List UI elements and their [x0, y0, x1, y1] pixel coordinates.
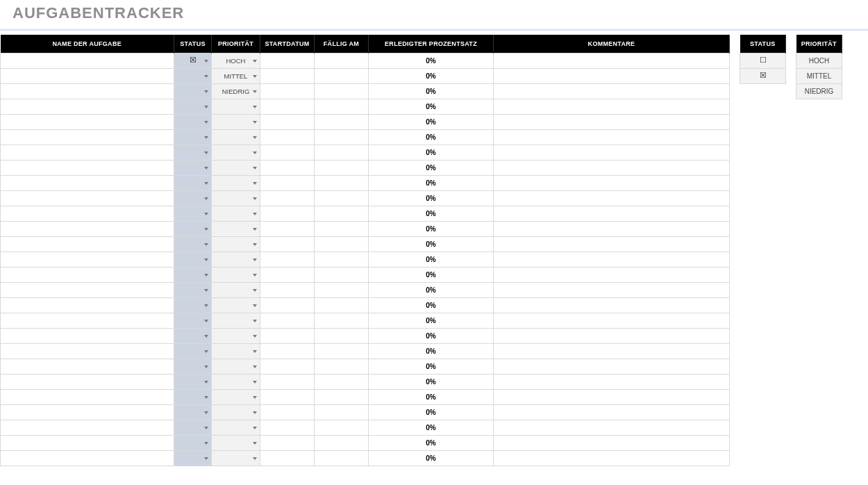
start-date-cell[interactable]: [260, 451, 315, 466]
due-date-cell[interactable]: [315, 115, 369, 130]
start-date-cell[interactable]: [260, 329, 315, 344]
status-dropdown[interactable]: [174, 130, 212, 145]
due-date-cell[interactable]: [315, 84, 369, 99]
due-date-cell[interactable]: [315, 130, 369, 145]
comment-cell[interactable]: [494, 237, 730, 252]
comment-cell[interactable]: [494, 69, 730, 84]
due-date-cell[interactable]: [315, 283, 369, 298]
due-date-cell[interactable]: [315, 252, 369, 268]
due-date-cell[interactable]: [315, 161, 369, 176]
comment-cell[interactable]: [494, 344, 730, 359]
percent-complete-cell[interactable]: 0%: [369, 130, 494, 145]
priority-dropdown[interactable]: [212, 420, 260, 436]
task-name-cell[interactable]: [1, 329, 174, 344]
start-date-cell[interactable]: [260, 130, 315, 145]
priority-dropdown[interactable]: [212, 359, 260, 375]
priority-dropdown[interactable]: [212, 283, 260, 298]
comment-cell[interactable]: [494, 206, 730, 222]
due-date-cell[interactable]: [315, 375, 369, 390]
status-dropdown[interactable]: [174, 84, 212, 99]
comment-cell[interactable]: [494, 390, 730, 405]
task-name-cell[interactable]: [1, 237, 174, 252]
priority-dropdown[interactable]: MITTEL: [212, 69, 260, 84]
task-name-cell[interactable]: [1, 268, 174, 283]
priority-dropdown[interactable]: [212, 344, 260, 359]
priority-dropdown[interactable]: [212, 390, 260, 405]
comment-cell[interactable]: [494, 298, 730, 313]
task-name-cell[interactable]: [1, 191, 174, 206]
status-dropdown[interactable]: [174, 145, 212, 161]
status-dropdown[interactable]: [174, 313, 212, 329]
task-name-cell[interactable]: [1, 130, 174, 145]
status-dropdown[interactable]: [174, 344, 212, 359]
due-date-cell[interactable]: [315, 222, 369, 237]
comment-cell[interactable]: [494, 268, 730, 283]
due-date-cell[interactable]: [315, 191, 369, 206]
start-date-cell[interactable]: [260, 436, 315, 451]
comment-cell[interactable]: [494, 359, 730, 375]
status-dropdown[interactable]: [174, 176, 212, 191]
percent-complete-cell[interactable]: 0%: [369, 99, 494, 115]
priority-dropdown[interactable]: [212, 206, 260, 222]
task-name-cell[interactable]: [1, 451, 174, 466]
task-name-cell[interactable]: [1, 99, 174, 115]
comment-cell[interactable]: [494, 420, 730, 436]
due-date-cell[interactable]: [315, 359, 369, 375]
task-name-cell[interactable]: [1, 420, 174, 436]
percent-complete-cell[interactable]: 0%: [369, 84, 494, 99]
start-date-cell[interactable]: [260, 176, 315, 191]
percent-complete-cell[interactable]: 0%: [369, 176, 494, 191]
comment-cell[interactable]: [494, 115, 730, 130]
start-date-cell[interactable]: [260, 298, 315, 313]
comment-cell[interactable]: [494, 84, 730, 99]
start-date-cell[interactable]: [260, 99, 315, 115]
percent-complete-cell[interactable]: 0%: [369, 344, 494, 359]
comment-cell[interactable]: [494, 329, 730, 344]
start-date-cell[interactable]: [260, 359, 315, 375]
status-dropdown[interactable]: [174, 451, 212, 466]
due-date-cell[interactable]: [315, 206, 369, 222]
due-date-cell[interactable]: [315, 436, 369, 451]
comment-cell[interactable]: [494, 54, 730, 69]
status-dropdown[interactable]: [174, 268, 212, 283]
percent-complete-cell[interactable]: 0%: [369, 268, 494, 283]
status-dropdown[interactable]: [174, 420, 212, 436]
priority-dropdown[interactable]: [212, 99, 260, 115]
start-date-cell[interactable]: [260, 84, 315, 99]
percent-complete-cell[interactable]: 0%: [369, 390, 494, 405]
comment-cell[interactable]: [494, 99, 730, 115]
status-dropdown[interactable]: [174, 359, 212, 375]
status-dropdown[interactable]: [174, 390, 212, 405]
status-dropdown[interactable]: [174, 161, 212, 176]
percent-complete-cell[interactable]: 0%: [369, 436, 494, 451]
status-dropdown[interactable]: [174, 283, 212, 298]
status-dropdown[interactable]: [174, 237, 212, 252]
comment-cell[interactable]: [494, 436, 730, 451]
task-name-cell[interactable]: [1, 390, 174, 405]
comment-cell[interactable]: [494, 405, 730, 420]
percent-complete-cell[interactable]: 0%: [369, 313, 494, 329]
percent-complete-cell[interactable]: 0%: [369, 298, 494, 313]
priority-dropdown[interactable]: [212, 268, 260, 283]
priority-dropdown[interactable]: [212, 130, 260, 145]
due-date-cell[interactable]: [315, 313, 369, 329]
percent-complete-cell[interactable]: 0%: [369, 237, 494, 252]
status-dropdown[interactable]: [174, 206, 212, 222]
percent-complete-cell[interactable]: 0%: [369, 69, 494, 84]
due-date-cell[interactable]: [315, 329, 369, 344]
due-date-cell[interactable]: [315, 145, 369, 161]
task-name-cell[interactable]: [1, 115, 174, 130]
percent-complete-cell[interactable]: 0%: [369, 420, 494, 436]
comment-cell[interactable]: [494, 451, 730, 466]
due-date-cell[interactable]: [315, 176, 369, 191]
task-name-cell[interactable]: [1, 283, 174, 298]
priority-dropdown[interactable]: [212, 451, 260, 466]
priority-dropdown[interactable]: [212, 237, 260, 252]
priority-dropdown[interactable]: [212, 145, 260, 161]
comment-cell[interactable]: [494, 130, 730, 145]
due-date-cell[interactable]: [315, 99, 369, 115]
start-date-cell[interactable]: [260, 115, 315, 130]
percent-complete-cell[interactable]: 0%: [369, 375, 494, 390]
priority-dropdown[interactable]: [212, 191, 260, 206]
task-name-cell[interactable]: [1, 313, 174, 329]
